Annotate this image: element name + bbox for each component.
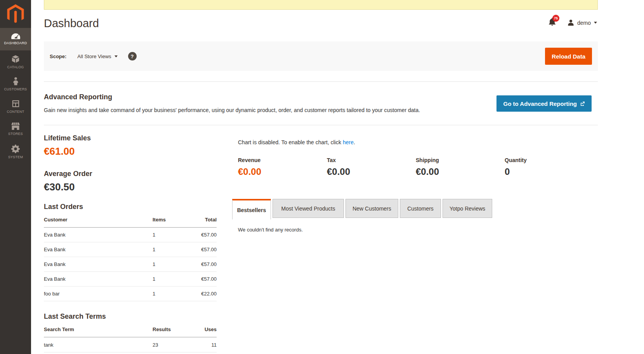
chevron-down-icon — [594, 22, 597, 24]
customers-icon — [13, 77, 19, 85]
sidebar-item-catalog[interactable]: CATALOG — [0, 50, 31, 73]
scope-label: Scope: — [50, 54, 66, 59]
cell-total: €57.00 — [187, 247, 217, 252]
enable-chart-link[interactable]: here — [343, 139, 354, 145]
stat-quantity: Quantity 0 — [505, 157, 594, 177]
cell-items: 1 — [153, 261, 187, 267]
cell-total: €57.00 — [187, 276, 217, 282]
sidebar-item-dashboard[interactable]: DASHBOARD — [0, 28, 31, 50]
reload-data-button[interactable]: Reload Data — [545, 48, 592, 65]
table-row[interactable]: tank 23 11 — [44, 337, 217, 352]
sidebar-item-content[interactable]: CONTENT — [0, 95, 31, 118]
table-header: Customer Items Total — [44, 214, 217, 228]
magento-logo-icon — [7, 4, 24, 24]
user-menu[interactable]: demo — [568, 19, 597, 26]
help-icon[interactable]: ? — [128, 52, 137, 60]
notification-bar — [44, 0, 598, 10]
cell-results: 23 — [153, 342, 187, 348]
cell-customer: Eva Bank — [44, 232, 153, 238]
stat-label: Revenue — [238, 157, 327, 163]
stat-label: Shipping — [416, 157, 505, 163]
stat-value: €0.00 — [238, 166, 327, 177]
column-items: Items — [153, 217, 187, 223]
last-orders-table: Customer Items Total Eva Bank 1 €57.00 E… — [44, 214, 217, 301]
totals-row: Revenue €0.00 Tax €0.00 Shipping €0.00 Q… — [238, 157, 594, 177]
cell-uses: 11 — [187, 342, 217, 348]
column-search-term: Search Term — [44, 326, 153, 332]
stores-icon — [11, 123, 20, 130]
tab-yotpo-reviews[interactable]: Yotpo Reviews — [443, 199, 492, 218]
chevron-down-icon — [115, 55, 118, 57]
sidebar: DASHBOARD CATALOG CUSTOMERS — [0, 0, 31, 354]
sidebar-item-label: CONTENT — [7, 110, 24, 114]
stat-value: €0.00 — [416, 166, 505, 177]
cell-total: €57.00 — [187, 232, 217, 238]
sidebar-item-label: CUSTOMERS — [4, 87, 27, 91]
cell-customer: Eva Bank — [44, 261, 153, 267]
stat-tax: Tax €0.00 — [327, 157, 416, 177]
cell-customer: foo bar — [44, 291, 153, 297]
cell-customer: Eva Bank — [44, 276, 153, 282]
cell-items: 1 — [153, 247, 187, 252]
scope-bar: Scope: All Store Views ? Reload Data — [44, 41, 598, 71]
cell-items: 1 — [153, 291, 187, 297]
tab-new-customers[interactable]: New Customers — [345, 199, 398, 218]
tab-bestsellers[interactable]: Bestsellers — [232, 199, 271, 219]
stat-label: Quantity — [505, 157, 594, 163]
chart-notice-text: Chart is disabled. To enable the chart, … — [238, 139, 341, 145]
cell-items: 1 — [153, 276, 187, 282]
sidebar-item-label: CATALOG — [7, 65, 24, 69]
table-row[interactable]: foo bar 1 €22.00 — [44, 287, 217, 301]
tab-most-viewed-products[interactable]: Most Viewed Products — [273, 199, 344, 218]
column-results: Results — [153, 326, 187, 332]
table-row[interactable]: Eva Bank 1 €57.00 — [44, 242, 217, 257]
external-link-icon — [580, 102, 585, 106]
stat-value: €0.00 — [327, 166, 416, 177]
average-order-label: Average Order — [44, 170, 92, 178]
last-search-terms-table: Search Term Results Uses tank 23 11 — [44, 324, 217, 352]
stat-label: Tax — [327, 157, 416, 163]
dashboard-tabs: Bestsellers Most Viewed Products New Cus… — [232, 199, 492, 219]
sidebar-menu: DASHBOARD CATALOG CUSTOMERS — [0, 28, 31, 163]
store-view-value: All Store Views — [77, 54, 111, 59]
stat-shipping: Shipping €0.00 — [416, 157, 505, 177]
store-view-switcher[interactable]: All Store Views — [77, 54, 117, 59]
magento-logo[interactable] — [0, 0, 31, 28]
cell-items: 1 — [153, 232, 187, 238]
stat-revenue: Revenue €0.00 — [238, 157, 327, 177]
table-row[interactable]: Eva Bank 1 €57.00 — [44, 228, 217, 242]
notifications-button[interactable]: 75 — [549, 18, 556, 28]
lifetime-sales-label: Lifetime Sales — [44, 134, 91, 142]
average-order-value: €30.50 — [44, 181, 75, 193]
dashboard-icon — [11, 33, 20, 39]
system-icon — [11, 145, 20, 153]
tab-customers[interactable]: Customers — [400, 199, 441, 218]
notification-count-badge: 75 — [552, 15, 559, 22]
table-row[interactable]: Eva Bank 1 €57.00 — [44, 257, 217, 272]
cell-total: €22.00 — [187, 291, 217, 297]
user-icon — [568, 19, 574, 26]
chart-disabled-notice: Chart is disabled. To enable the chart, … — [238, 139, 355, 145]
column-total: Total — [187, 217, 217, 223]
username: demo — [577, 20, 591, 26]
advanced-reporting-title: Advanced Reporting — [44, 93, 112, 101]
table-row[interactable]: Eva Bank 1 €57.00 — [44, 272, 217, 287]
advanced-reporting-description: Gain new insights and take command of yo… — [44, 107, 420, 113]
lifetime-sales-value: €61.00 — [44, 145, 75, 157]
sidebar-item-label: DASHBOARD — [4, 41, 27, 45]
chart-notice-period: . — [354, 139, 355, 145]
sidebar-item-system[interactable]: SYSTEM — [0, 140, 31, 163]
go-to-advanced-reporting-button[interactable]: Go to Advanced Reporting — [496, 95, 592, 112]
header-actions: 75 demo — [549, 18, 597, 28]
divider — [44, 125, 598, 125]
sidebar-item-stores[interactable]: STORES — [0, 118, 31, 140]
column-uses: Uses — [187, 326, 217, 332]
cell-search-term: tank — [44, 342, 153, 348]
sidebar-item-label: STORES — [8, 132, 23, 136]
content-icon — [12, 100, 20, 108]
last-orders-title: Last Orders — [44, 203, 83, 211]
catalog-icon — [11, 55, 20, 63]
sidebar-item-customers[interactable]: CUSTOMERS — [0, 73, 31, 95]
column-customer: Customer — [44, 217, 153, 223]
last-search-terms-title: Last Search Terms — [44, 313, 106, 321]
